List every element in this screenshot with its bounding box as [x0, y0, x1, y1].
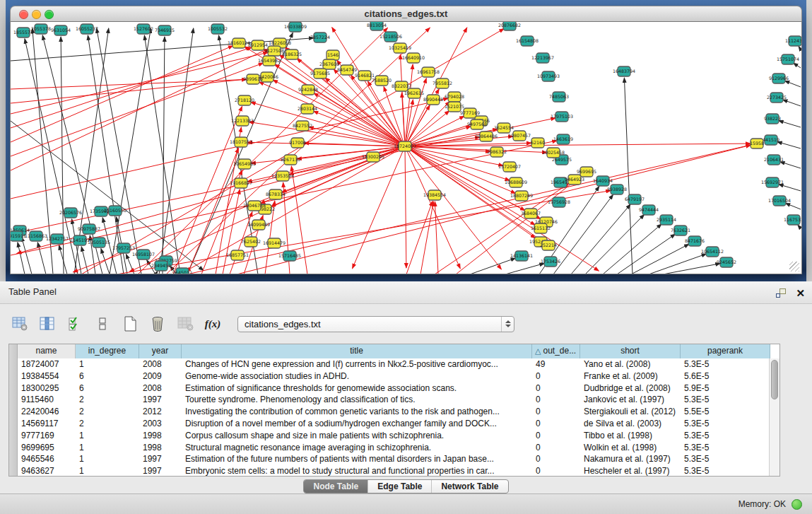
column-header-pagerank[interactable]: pagerank	[681, 344, 770, 358]
network-edge-red[interactable]	[11, 46, 233, 142]
network-node-yellow[interactable]: 19384554	[423, 190, 446, 200]
network-node-teal[interactable]: 9245652	[717, 257, 736, 267]
network-node-yellow[interactable]: 18107553	[230, 137, 252, 147]
network-edge-black[interactable]	[631, 244, 689, 274]
network-edge-black[interactable]	[779, 185, 801, 191]
network-node-teal[interactable]: 2935114	[657, 215, 676, 225]
table-selector-dropdown[interactable]: citations_edges.txt	[237, 316, 514, 332]
network-edge-red[interactable]	[314, 93, 405, 146]
network-node-yellow[interactable]: 6794028	[445, 92, 464, 102]
network-node-teal[interactable]: 9129966	[769, 74, 789, 83]
network-window[interactable]: citations_edges.txt 16033809785722488130…	[10, 6, 802, 274]
network-edge-black[interactable]	[785, 203, 801, 209]
network-edge-red[interactable]	[223, 189, 240, 274]
column-header-name[interactable]: name	[18, 344, 76, 358]
network-node-teal[interactable]: 10973493	[537, 71, 560, 81]
network-edge-red[interactable]	[353, 146, 405, 269]
network-node-teal[interactable]: 1112437	[785, 36, 801, 46]
tab-node-table[interactable]: Node Table	[304, 480, 368, 493]
network-node-yellow[interactable]: 10654985	[233, 159, 256, 169]
network-node-teal[interactable]: 2273425	[767, 93, 787, 103]
network-node-teal[interactable]: 16033809	[284, 22, 307, 32]
network-node-yellow[interactable]: 252214	[540, 240, 557, 250]
network-node-teal[interactable]: 15692971	[761, 177, 784, 187]
network-node-teal[interactable]: 9474444	[639, 205, 659, 215]
network-node-yellow[interactable]: 8454749	[337, 65, 357, 75]
network-edge-black[interactable]	[663, 264, 720, 274]
table-row[interactable]: 2242004622012Investigating the contribut…	[18, 406, 769, 418]
table-row[interactable]: 1830029562008Estimation of significance …	[18, 382, 769, 395]
network-edge-red[interactable]	[11, 63, 264, 156]
network-edge-red[interactable]	[11, 79, 247, 89]
network-node-yellow[interactable]: 16961758	[417, 67, 440, 77]
network-edge-black[interactable]	[799, 46, 801, 49]
network-edge-black[interactable]	[505, 263, 544, 274]
network-edge-red[interactable]	[405, 111, 449, 146]
network-canvas[interactable]: 1603380978572248813054152185062087668216…	[10, 22, 802, 274]
network-node-yellow[interactable]: 15720407	[498, 162, 521, 172]
column-header-out_de[interactable]: △out_de...	[532, 344, 580, 358]
network-node-teal[interactable]: 16154808	[516, 36, 539, 46]
network-edge-black[interactable]	[470, 258, 516, 274]
network-edge-black[interactable]	[585, 214, 645, 274]
network-node-teal[interactable]: 1855573	[13, 28, 33, 37]
network-node-teal[interactable]: 7346915	[155, 25, 175, 35]
network-node-yellow[interactable]: 9242848	[298, 85, 318, 95]
function-builder-icon[interactable]: f(x)	[204, 315, 221, 332]
network-node-teal[interactable]: 1167533	[784, 215, 801, 225]
network-node-teal[interactable]: 1753426	[541, 257, 560, 267]
network-node-yellow[interactable]: 18300295	[362, 152, 384, 162]
network-edge-black[interactable]	[11, 121, 204, 270]
network-node-yellow[interactable]: 10807457	[508, 131, 531, 141]
network-node-teal[interactable]: 938223	[764, 114, 781, 124]
network-node-yellow[interactable]: 62160	[531, 138, 545, 148]
network-edge-black[interactable]	[155, 271, 158, 274]
column-header-short[interactable]: short	[580, 344, 681, 358]
network-node-teal[interactable]: 15751074	[777, 54, 799, 64]
network-edge-red[interactable]	[400, 54, 405, 146]
network-node-teal[interactable]: 14136141	[510, 251, 533, 261]
network-edge-red[interactable]	[420, 201, 433, 274]
network-node-yellow[interactable]: 7955812	[433, 78, 452, 88]
network-node-teal[interactable]: 2055378	[31, 24, 51, 34]
network-edge-black[interactable]	[782, 100, 801, 106]
network-edge-black[interactable]	[101, 249, 110, 274]
network-node-yellow[interactable]: 1546	[326, 50, 339, 60]
network-node-teal[interactable]: 10654112	[701, 247, 724, 257]
network-node-yellow[interactable]: 8267130	[281, 155, 300, 165]
table-row[interactable]: 946362711997Embryonic stem cells: a mode…	[18, 465, 769, 477]
float-panel-icon[interactable]	[776, 288, 786, 298]
close-panel-icon[interactable]: ✕	[796, 288, 805, 298]
table-mode-icon[interactable]	[11, 315, 28, 332]
network-edge-black[interactable]	[784, 81, 801, 87]
network-node-teal[interactable]: 1005532	[208, 24, 228, 34]
network-node-teal[interactable]: 20876682	[498, 22, 521, 30]
network-node-teal[interactable]: 8813054	[367, 22, 387, 30]
network-edge-red[interactable]	[237, 145, 751, 274]
select-columns-icon[interactable]	[66, 315, 83, 332]
table-row[interactable]: 1872400712008Changes of HCN gene express…	[18, 358, 769, 370]
network-node-teal[interactable]: 16483794	[613, 66, 635, 76]
network-edge-red[interactable]	[11, 78, 261, 103]
network-node-teal[interactable]: 1463619	[553, 134, 573, 144]
window-titlebar[interactable]: citations_edges.txt	[10, 6, 802, 22]
network-node-teal[interactable]: 7485063	[549, 92, 569, 102]
network-edge-red[interactable]	[406, 201, 433, 274]
network-node-teal[interactable]: 13505135	[88, 238, 110, 247]
network-node-teal[interactable]: 12213967	[531, 53, 554, 63]
network-node-yellow[interactable]: 917004	[289, 138, 306, 148]
column-visibility-icon[interactable]	[39, 315, 56, 332]
network-edge-black[interactable]	[793, 63, 801, 68]
network-edge-black[interactable]	[18, 243, 25, 274]
network-edge-red[interactable]	[405, 146, 406, 268]
scrollbar-thumb[interactable]	[771, 360, 778, 399]
network-node-yellow[interactable]: 2367608	[319, 59, 339, 69]
network-node-teal[interactable]: 19756928	[548, 197, 570, 207]
network-edge-black[interactable]	[798, 225, 801, 228]
network-node-teal[interactable]: 6479197	[625, 194, 645, 204]
delete-icon[interactable]	[149, 315, 166, 332]
network-node-teal[interactable]: 8938928	[607, 185, 627, 194]
network-node-teal[interactable]: 7632621	[671, 226, 690, 235]
table-row[interactable]: 1938455462009Genome-wide association stu…	[18, 370, 769, 382]
network-edge-black[interactable]	[780, 162, 801, 168]
